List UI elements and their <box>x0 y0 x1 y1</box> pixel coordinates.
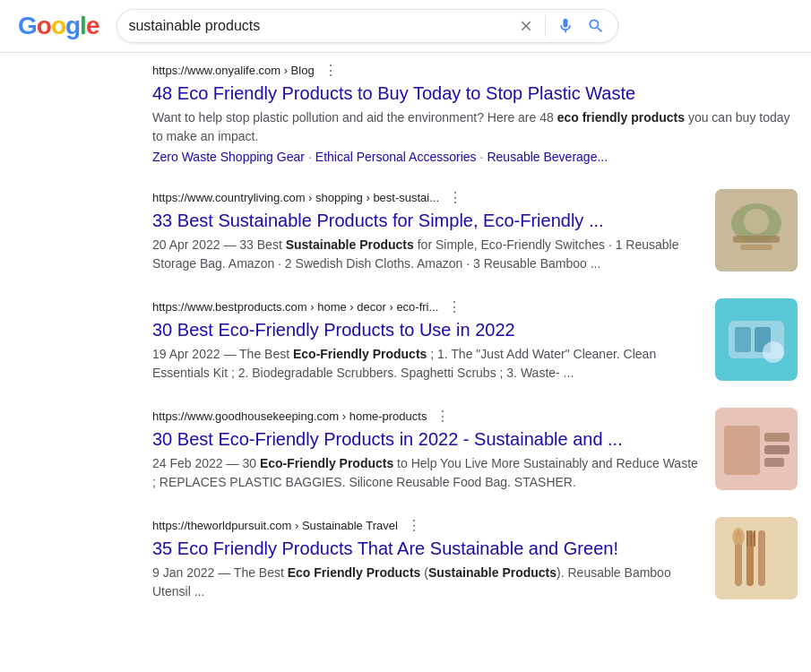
result-desc: 9 Jan 2022 — The Best Eco Friendly Produ… <box>152 564 701 601</box>
date-text: 19 Apr 2022 <box>152 347 220 361</box>
search-icons <box>516 15 607 37</box>
result-content: https://www.bestproducts.com › home › de… <box>152 298 701 383</box>
result-item: https://www.bestproducts.com › home › de… <box>152 298 798 383</box>
more-options-button[interactable]: ⋮ <box>447 298 462 315</box>
result-content: https://www.goodhousekeeping.com › home-… <box>152 408 701 492</box>
sub-link[interactable]: Zero Waste Shopping Gear <box>152 150 305 164</box>
microphone-icon <box>556 17 574 35</box>
svg-point-4 <box>744 209 769 234</box>
more-options-button[interactable]: ⋮ <box>324 62 338 79</box>
result-thumbnail <box>715 298 798 381</box>
search-bar <box>116 9 618 43</box>
more-options-button[interactable]: ⋮ <box>436 408 450 425</box>
result-title[interactable]: 30 Best Eco-Friendly Products to Use in … <box>152 318 701 341</box>
search-input[interactable] <box>128 18 509 34</box>
result-desc: 19 Apr 2022 — The Best Eco-Friendly Prod… <box>152 345 701 383</box>
result-item: https://www.goodhousekeeping.com › home-… <box>152 408 798 492</box>
sub-link[interactable]: Reusable Beverage... <box>487 150 608 164</box>
result-title[interactable]: 33 Best Sustainable Products for Simple,… <box>152 209 701 232</box>
svg-rect-16 <box>715 517 798 599</box>
header: Google <box>0 0 811 53</box>
thumb-svg <box>715 298 798 381</box>
url-text: https://www.countryliving.com › shopping… <box>152 191 439 204</box>
date-text: 24 Feb 2022 <box>152 456 223 470</box>
result-thumbnail <box>715 517 798 599</box>
svg-rect-19 <box>758 530 765 586</box>
link-separator: · <box>480 150 484 164</box>
result-url: https://www.onyalife.com › Blog ⋮ <box>152 62 798 79</box>
voice-search-button[interactable] <box>555 15 576 37</box>
result-thumbnail <box>715 189 798 271</box>
clear-icon <box>518 18 534 34</box>
thumb-svg <box>715 408 798 490</box>
svg-rect-14 <box>764 458 784 467</box>
result-url: https://www.bestproducts.com › home › de… <box>152 298 701 315</box>
svg-rect-3 <box>740 245 772 250</box>
svg-point-23 <box>732 528 745 546</box>
sub-link[interactable]: Ethical Personal Accessories <box>315 150 477 164</box>
result-content: https://theworldpursuit.com › Sustainabl… <box>152 517 701 601</box>
svg-rect-22 <box>754 530 755 547</box>
svg-rect-7 <box>735 327 751 352</box>
svg-rect-20 <box>746 530 748 547</box>
bold-text-2: Sustainable Products <box>428 565 556 580</box>
svg-rect-12 <box>764 433 789 442</box>
result-item: https://theworldpursuit.com › Sustainabl… <box>152 517 798 601</box>
result-thumbnail <box>715 408 798 490</box>
divider <box>545 15 546 37</box>
bold-text: Eco-Friendly Products <box>260 456 393 470</box>
bold-text: Eco-Friendly Products <box>293 347 427 361</box>
url-text: https://www.bestproducts.com › home › de… <box>152 300 438 314</box>
date-text: 20 Apr 2022 <box>152 237 220 252</box>
clear-button[interactable] <box>516 16 536 36</box>
result-item: https://www.countryliving.com › shopping… <box>152 189 798 273</box>
thumb-svg <box>715 517 798 599</box>
thumb-svg <box>715 189 798 271</box>
result-item: https://www.onyalife.com › Blog ⋮ 48 Eco… <box>152 62 798 164</box>
bold-text: eco friendly products <box>557 110 685 125</box>
bold-text: Eco Friendly Products <box>288 565 421 580</box>
result-title[interactable]: 35 Eco Friendly Products That Are Sustai… <box>152 537 701 560</box>
result-content: https://www.onyalife.com › Blog ⋮ 48 Eco… <box>152 62 798 164</box>
date-text: 9 Jan 2022 <box>152 565 214 580</box>
more-options-button[interactable]: ⋮ <box>448 189 462 206</box>
url-text: https://theworldpursuit.com › Sustainabl… <box>152 519 398 532</box>
result-desc: 24 Feb 2022 — 30 Eco-Friendly Products t… <box>152 454 701 492</box>
more-options-button[interactable]: ⋮ <box>407 517 421 534</box>
svg-rect-21 <box>750 530 752 547</box>
svg-rect-13 <box>764 445 789 454</box>
result-url: https://theworldpursuit.com › Sustainabl… <box>152 517 701 534</box>
result-title[interactable]: 30 Best Eco-Friendly Products in 2022 - … <box>152 427 701 451</box>
svg-point-9 <box>763 341 784 363</box>
bold-text: Sustainable Products <box>286 237 414 252</box>
url-text: https://www.onyalife.com › Blog <box>152 64 315 77</box>
link-separator: · <box>308 150 312 164</box>
result-content: https://www.countryliving.com › shopping… <box>152 189 701 273</box>
result-title[interactable]: 48 Eco Friendly Products to Buy Today to… <box>152 82 798 105</box>
result-url: https://www.goodhousekeeping.com › home-… <box>152 408 701 425</box>
search-icon <box>587 17 605 35</box>
result-links: Zero Waste Shopping Gear · Ethical Perso… <box>152 150 798 164</box>
result-url: https://www.countryliving.com › shopping… <box>152 189 701 206</box>
result-desc: 20 Apr 2022 — 33 Best Sustainable Produc… <box>152 236 701 273</box>
search-button[interactable] <box>585 15 607 37</box>
result-desc: Want to help stop plastic pollution and … <box>152 108 798 146</box>
svg-rect-2 <box>733 236 780 243</box>
url-text: https://www.goodhousekeeping.com › home-… <box>152 409 427 423</box>
google-logo: Google <box>18 12 99 40</box>
results-container: https://www.onyalife.com › Blog ⋮ 48 Eco… <box>0 53 811 635</box>
svg-point-15 <box>728 436 756 465</box>
